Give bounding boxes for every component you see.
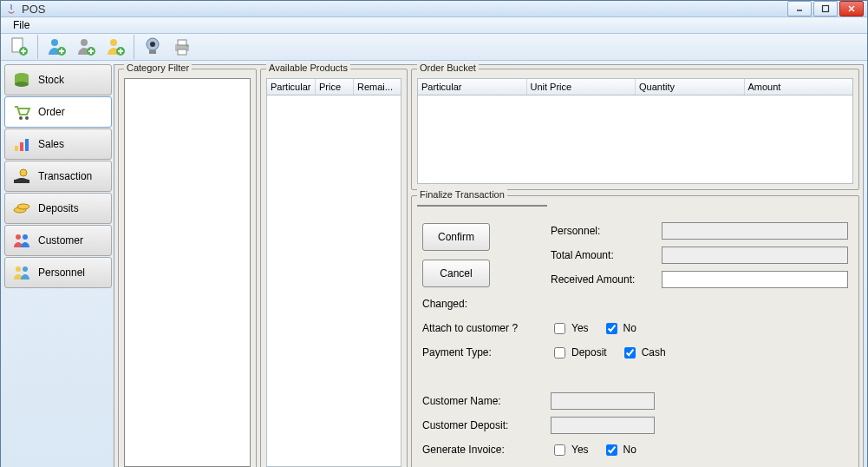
available-table-body[interactable] [266,95,401,467]
bucket-table-header: Particular Unit Price Quantity Amount [417,78,853,95]
nav-item-sales[interactable]: Sales [4,128,112,160]
available-products-panel: Available Products Particular Price Rema… [260,69,408,467]
nav-label: Personnel [38,266,85,279]
label-no: No [623,322,636,334]
svg-point-30 [19,116,23,120]
nav-label: Transaction [38,170,92,182]
col-unit-price[interactable]: Unit Price [527,79,636,95]
webcam-icon[interactable] [140,34,166,60]
nav-item-personnel[interactable]: Personnel [4,257,112,288]
menu-file[interactable]: File [6,17,36,33]
add-user-blue-icon[interactable] [43,34,69,60]
svg-rect-24 [178,40,186,45]
svg-point-26 [186,45,188,47]
nav-item-transaction[interactable]: Transaction [4,161,112,192]
label-customer-name: Customer Name: [422,395,544,407]
label-changed: Changed: [422,298,544,310]
label-received-amount: Received Amount: [551,273,655,286]
nav-item-deposits[interactable]: Deposits [4,193,112,224]
nav-label: Deposits [38,202,79,214]
field-personnel [662,222,848,240]
hand-coin-icon [10,165,33,187]
nav-item-order[interactable]: Order [4,96,112,128]
label-total-amount: Total Amount: [551,249,655,261]
titlebar: POS [1,1,867,17]
col-particular[interactable]: Particular [418,79,527,95]
printer-icon[interactable] [169,34,195,60]
add-user-grey-icon[interactable] [73,34,99,60]
label-yes: Yes [571,322,589,334]
cart-icon [10,101,33,123]
svg-point-40 [16,266,21,272]
svg-point-12 [81,39,88,46]
app-window: POS File [0,0,868,467]
label-customer-deposit: Customer Deposit: [422,419,544,431]
menubar: File [1,17,867,34]
toolbar-separator [37,35,38,59]
finalize-side-list[interactable] [417,205,547,207]
staff-icon [10,261,33,284]
svg-point-16 [110,39,117,46]
col-remaining[interactable]: Remai... [354,79,401,95]
svg-rect-25 [178,49,186,55]
chart-icon [10,133,33,155]
col-particular[interactable]: Particular [267,79,316,95]
nav-item-stock[interactable]: Stock [4,64,112,95]
label-yes: Yes [571,444,589,456]
col-quantity[interactable]: Quantity [636,79,745,95]
field-received-amount[interactable] [662,271,848,288]
right-column: Order Bucket Particular Unit Price Quant… [411,69,859,467]
stock-icon [10,69,33,91]
close-button[interactable] [839,1,864,16]
invoice-yes-checkbox[interactable]: Yes [551,442,589,458]
field-customer-name [551,392,655,410]
nav-label: Sales [38,138,64,150]
svg-point-21 [150,42,155,47]
svg-rect-22 [149,50,156,54]
add-user-yellow-icon[interactable] [102,34,128,60]
order-bucket-panel: Order Bucket Particular Unit Price Quant… [411,69,859,190]
nav-label: Order [38,106,65,118]
nav-label: Customer [38,234,83,247]
coins-icon [10,197,33,220]
category-listbox[interactable] [124,78,251,467]
cancel-button[interactable]: Cancel [422,260,490,287]
label-cash: Cash [642,346,666,358]
finalize-panel: Finalize Transaction Personnel: Confirm … [411,195,859,467]
svg-rect-33 [20,142,23,151]
finalize-legend: Finalize Transaction [417,189,507,200]
finalize-form: Personnel: Confirm Cancel Total Amount: … [417,214,853,467]
maximize-button[interactable] [813,1,838,16]
minimize-button[interactable] [787,1,812,16]
available-products-legend: Available Products [266,62,350,73]
content-area: Category Filter Available Products Parti… [114,64,864,467]
svg-rect-32 [15,146,18,151]
window-title: POS [22,3,787,16]
confirm-button[interactable]: Confirm [422,223,490,251]
col-price[interactable]: Price [316,79,354,95]
svg-point-39 [23,234,28,240]
nav-sidebar: Stock Order Sales Transaction Deposits C… [4,64,112,467]
label-personnel: Personnel: [551,225,655,237]
field-customer-deposit [551,417,655,434]
attach-no-checkbox[interactable]: No [603,320,636,337]
java-icon [4,2,18,16]
attach-yes-checkbox[interactable]: Yes [551,320,589,337]
payment-deposit-checkbox[interactable]: Deposit [551,345,607,361]
svg-point-8 [51,39,58,46]
invoice-no-checkbox[interactable]: No [603,442,636,458]
order-bucket-legend: Order Bucket [417,62,479,73]
label-payment-type: Payment Type: [422,346,544,358]
svg-point-38 [16,234,21,240]
col-amount[interactable]: Amount [745,79,853,95]
bucket-table-body[interactable] [417,95,853,184]
label-generate-invoice: Generate Invoice: [422,444,544,456]
new-document-icon[interactable] [6,34,32,60]
svg-point-37 [17,204,29,209]
people-icon [10,229,33,252]
svg-rect-1 [823,6,829,12]
toolbar-separator [134,35,134,59]
label-no: No [623,444,636,456]
nav-item-customer[interactable]: Customer [4,225,112,256]
payment-cash-checkbox[interactable]: Cash [621,345,666,361]
